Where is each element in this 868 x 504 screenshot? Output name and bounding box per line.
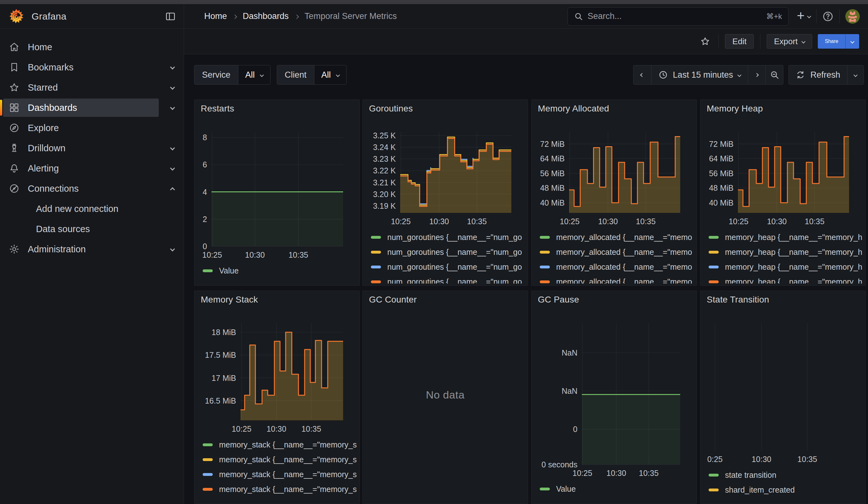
legend-item[interactable]: num_goroutines {__name__="num_go bbox=[371, 230, 526, 245]
legend-color-pill bbox=[709, 251, 719, 254]
sidebar-item-explore[interactable]: Explore bbox=[0, 118, 184, 138]
legend-item[interactable]: num_goroutines {__name__="num_go bbox=[371, 260, 526, 275]
legend-item[interactable]: memory_stack {__name__="memory_s bbox=[203, 452, 358, 467]
search-input[interactable] bbox=[587, 11, 766, 21]
favorite-dashboard-button[interactable] bbox=[698, 34, 712, 48]
sidebar-item-data-sources[interactable]: Data sources bbox=[0, 219, 184, 239]
legend-item[interactable]: memory_stack {__name__="memory_s bbox=[203, 438, 358, 452]
filter-service[interactable]: Service All bbox=[194, 65, 270, 85]
panel-title[interactable]: Memory Allocated bbox=[538, 104, 609, 114]
legend-item[interactable]: Value bbox=[540, 482, 695, 496]
legend-item[interactable]: memory_allocated {__name__="memo bbox=[540, 230, 695, 245]
search-shortcut-hint: ⌘+k bbox=[766, 12, 782, 21]
sidebar-item-home[interactable]: Home bbox=[0, 37, 184, 57]
add-new-button[interactable]: + bbox=[797, 10, 810, 22]
legend-item[interactable]: shard_item_created bbox=[709, 483, 864, 497]
sidebar-item-dashboards[interactable]: Dashboards bbox=[0, 97, 184, 118]
top-header: Grafana Home Dashboards Temporal Server … bbox=[0, 4, 868, 29]
time-range-picker[interactable]: Last 15 minutes bbox=[651, 65, 748, 84]
time-forward-button[interactable] bbox=[748, 65, 765, 84]
legend-item[interactable]: memory_allocated {__name__="memo bbox=[540, 245, 695, 260]
panel-chart[interactable]: 0 seconds0NaNNaN10:2510:3010:35 bbox=[534, 307, 694, 480]
legend-color-pill bbox=[709, 280, 719, 283]
sidebar-item-starred[interactable]: Starred bbox=[0, 78, 184, 97]
panel-legend: memory_allocated {__name__="memo memory_… bbox=[540, 230, 695, 284]
svg-text:2: 2 bbox=[203, 215, 207, 224]
svg-text:72 MiB: 72 MiB bbox=[709, 140, 734, 148]
panel-title[interactable]: Goroutines bbox=[369, 104, 413, 114]
svg-text:40 MiB: 40 MiB bbox=[540, 198, 565, 207]
legend-label: Value bbox=[556, 484, 576, 494]
refresh-interval-button[interactable] bbox=[847, 65, 864, 84]
legend-item[interactable]: memory_heap {__name__="memory_h bbox=[709, 260, 864, 275]
panel-chart[interactable]: 3.19 K3.20 K3.21 K3.22 K3.23 K3.24 K3.25… bbox=[365, 116, 525, 228]
svg-text:16.5 MiB: 16.5 MiB bbox=[205, 396, 236, 405]
help-icon bbox=[822, 11, 834, 22]
sidebar-toggle-icon[interactable] bbox=[164, 10, 177, 23]
legend-item[interactable]: memory_heap {__name__="memory_h bbox=[709, 275, 864, 284]
legend-item[interactable]: Value bbox=[203, 263, 358, 278]
panel-legend: Value bbox=[203, 263, 358, 284]
share-menu-button[interactable] bbox=[845, 34, 859, 49]
refresh-button[interactable]: Refresh bbox=[789, 65, 847, 84]
legend-item[interactable]: memory_heap {__name__="memory_h bbox=[709, 230, 864, 245]
user-avatar[interactable] bbox=[845, 9, 860, 24]
legend-item[interactable]: num_goroutines {__name__="num_go bbox=[371, 275, 526, 284]
panel-legend: state transition shard_item_created bbox=[709, 468, 864, 502]
svg-text:0 seconds: 0 seconds bbox=[541, 460, 578, 469]
legend-item[interactable]: num_goroutines {__name__="num_go bbox=[371, 245, 526, 260]
time-back-button[interactable] bbox=[633, 65, 651, 84]
zoom-out-icon bbox=[770, 70, 779, 80]
filter-client[interactable]: Client All bbox=[277, 65, 347, 85]
brand-title: Grafana bbox=[32, 11, 66, 22]
sidebar-item-add-new-connection[interactable]: Add new connection bbox=[0, 199, 184, 219]
chevron-right-icon bbox=[755, 73, 759, 77]
svg-text:NaN: NaN bbox=[561, 348, 577, 357]
svg-text:10:35: 10:35 bbox=[289, 250, 308, 259]
panel-legend: Value bbox=[540, 482, 695, 502]
legend-item[interactable]: memory_allocated {__name__="memo bbox=[540, 275, 695, 284]
edit-button[interactable]: Edit bbox=[725, 34, 754, 49]
panel-chart[interactable]: 0:2510:3010:35 bbox=[703, 307, 863, 466]
panel-chart[interactable]: 0246810:2510:3010:35 bbox=[197, 116, 357, 261]
legend-item[interactable]: memory_heap {__name__="memory_h bbox=[709, 245, 864, 260]
panel-title[interactable]: State Transition bbox=[707, 295, 769, 305]
legend-label: memory_heap {__name__="memory_h bbox=[725, 233, 862, 242]
help-button[interactable] bbox=[822, 11, 834, 22]
legend-color-pill bbox=[540, 280, 550, 283]
sidebar-item-connections[interactable]: Connections bbox=[0, 178, 184, 199]
export-button[interactable]: Export bbox=[767, 34, 812, 49]
chevron-down-icon bbox=[171, 64, 174, 70]
panel-title[interactable]: Restarts bbox=[201, 104, 234, 114]
legend-item[interactable]: memory_stack {__name__="memory_s bbox=[203, 467, 358, 482]
panel-chart[interactable]: 40 MiB48 MiB56 MiB64 MiB72 MiB10:2510:30… bbox=[534, 116, 694, 228]
filter-value-dropdown[interactable]: All bbox=[238, 65, 270, 84]
panel-title[interactable]: Memory Stack bbox=[201, 295, 258, 305]
search-input-box[interactable]: ⌘+k bbox=[568, 7, 788, 25]
search-icon bbox=[574, 12, 583, 21]
sidebar-item-bookmarks[interactable]: Bookmarks bbox=[0, 57, 184, 78]
breadcrumb-dashboards[interactable]: Dashboards bbox=[243, 11, 289, 21]
legend-label: memory_heap {__name__="memory_h bbox=[725, 277, 862, 284]
legend-item[interactable]: memory_allocated {__name__="memo bbox=[540, 260, 695, 275]
panel-title[interactable]: Memory Heap bbox=[707, 104, 763, 114]
sidebar-item-alerting[interactable]: Alerting bbox=[0, 158, 184, 178]
avatar-pixel-art bbox=[845, 9, 860, 24]
breadcrumb-home[interactable]: Home bbox=[204, 11, 227, 21]
share-label: Share bbox=[825, 39, 838, 44]
svg-text:3.23 K: 3.23 K bbox=[373, 154, 396, 163]
panel-chart[interactable]: 16.5 MiB17 MiB17.5 MiB18 MiB10:2510:3010… bbox=[197, 307, 357, 435]
breadcrumb: Home Dashboards Temporal Server Metrics bbox=[204, 11, 397, 21]
chevron-up-icon bbox=[171, 186, 174, 192]
sidebar-item-drilldown[interactable]: Drilldown bbox=[0, 138, 184, 158]
panel-chart[interactable]: 40 MiB48 MiB56 MiB64 MiB72 MiB10:2510:30… bbox=[703, 116, 863, 228]
legend-item[interactable]: state transition bbox=[709, 468, 864, 483]
zoom-out-button[interactable] bbox=[765, 65, 783, 84]
drilldown-icon bbox=[9, 143, 20, 154]
sidebar-item-administration[interactable]: Administration bbox=[0, 239, 184, 259]
legend-item[interactable]: memory_stack {__name__="memory_s bbox=[203, 482, 358, 497]
panel-title[interactable]: GC Counter bbox=[369, 295, 417, 305]
filter-value-dropdown[interactable]: All bbox=[314, 65, 346, 84]
share-button[interactable]: Share bbox=[818, 34, 845, 49]
panel-title[interactable]: GC Pause bbox=[538, 295, 579, 305]
